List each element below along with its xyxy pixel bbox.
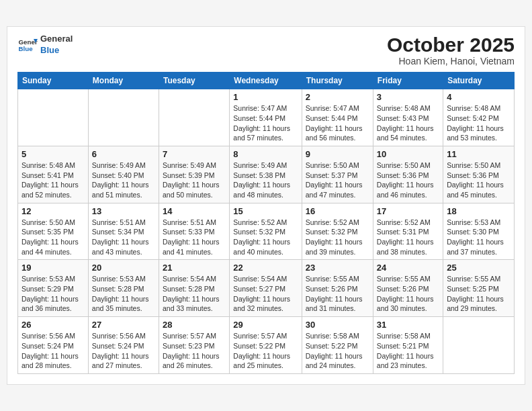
week-row-1: 1Sunrise: 5:47 AMSunset: 5:44 PMDaylight… bbox=[18, 89, 515, 146]
day-info: Sunrise: 5:51 AMSunset: 5:34 PMDaylight:… bbox=[92, 218, 155, 257]
day-number: 8 bbox=[233, 149, 298, 159]
day-cell: 8Sunrise: 5:49 AMSunset: 5:38 PMDaylight… bbox=[230, 146, 302, 203]
day-number: 5 bbox=[21, 149, 85, 159]
day-info: Sunrise: 5:52 AMSunset: 5:31 PMDaylight:… bbox=[377, 218, 439, 257]
day-info: Sunrise: 5:51 AMSunset: 5:33 PMDaylight:… bbox=[163, 218, 226, 257]
week-row-5: 26Sunrise: 5:56 AMSunset: 5:24 PMDayligh… bbox=[18, 317, 515, 374]
day-info: Sunrise: 5:55 AMSunset: 5:25 PMDaylight:… bbox=[447, 274, 511, 314]
day-info: Sunrise: 5:50 AMSunset: 5:36 PMDaylight:… bbox=[377, 161, 439, 200]
day-number: 9 bbox=[306, 149, 369, 159]
day-info: Sunrise: 5:48 AMSunset: 5:42 PMDaylight:… bbox=[447, 103, 511, 143]
day-cell: 6Sunrise: 5:49 AMSunset: 5:40 PMDaylight… bbox=[88, 146, 159, 203]
title-block: October 2025 Hoan Kiem, Hanoi, Vietnam bbox=[387, 34, 515, 66]
day-cell: 10Sunrise: 5:50 AMSunset: 5:36 PMDayligh… bbox=[373, 146, 443, 203]
day-cell bbox=[88, 89, 159, 146]
header-saturday: Saturday bbox=[443, 73, 515, 89]
logo-icon: General Blue bbox=[17, 35, 38, 55]
day-number: 2 bbox=[306, 92, 369, 102]
day-number: 13 bbox=[92, 206, 155, 216]
day-cell: 1Sunrise: 5:47 AMSunset: 5:44 PMDaylight… bbox=[230, 89, 302, 146]
day-info: Sunrise: 5:56 AMSunset: 5:24 PMDaylight:… bbox=[21, 331, 85, 371]
day-info: Sunrise: 5:56 AMSunset: 5:24 PMDaylight:… bbox=[92, 331, 155, 371]
day-info: Sunrise: 5:49 AMSunset: 5:39 PMDaylight:… bbox=[163, 161, 226, 200]
day-cell: 3Sunrise: 5:48 AMSunset: 5:43 PMDaylight… bbox=[373, 89, 443, 146]
day-cell: 13Sunrise: 5:51 AMSunset: 5:34 PMDayligh… bbox=[88, 203, 159, 260]
day-info: Sunrise: 5:48 AMSunset: 5:41 PMDaylight:… bbox=[21, 161, 85, 200]
day-number: 17 bbox=[377, 206, 439, 216]
day-number: 27 bbox=[92, 320, 155, 330]
svg-text:Blue: Blue bbox=[19, 45, 34, 52]
day-info: Sunrise: 5:50 AMSunset: 5:35 PMDaylight:… bbox=[21, 218, 85, 257]
day-info: Sunrise: 5:53 AMSunset: 5:29 PMDaylight:… bbox=[21, 274, 85, 314]
day-info: Sunrise: 5:58 AMSunset: 5:22 PMDaylight:… bbox=[306, 331, 369, 371]
day-info: Sunrise: 5:47 AMSunset: 5:44 PMDaylight:… bbox=[233, 103, 298, 143]
header-friday: Friday bbox=[373, 73, 443, 89]
header: General Blue General Blue October 2025 H… bbox=[17, 34, 515, 66]
day-number: 24 bbox=[377, 263, 439, 273]
day-info: Sunrise: 5:50 AMSunset: 5:36 PMDaylight:… bbox=[447, 161, 511, 200]
day-cell: 31Sunrise: 5:58 AMSunset: 5:21 PMDayligh… bbox=[373, 317, 443, 374]
day-info: Sunrise: 5:53 AMSunset: 5:28 PMDaylight:… bbox=[92, 274, 155, 314]
day-number: 11 bbox=[447, 149, 511, 159]
day-info: Sunrise: 5:58 AMSunset: 5:21 PMDaylight:… bbox=[377, 331, 439, 371]
header-row: SundayMondayTuesdayWednesdayThursdayFrid… bbox=[18, 73, 515, 89]
day-info: Sunrise: 5:48 AMSunset: 5:43 PMDaylight:… bbox=[377, 103, 439, 143]
logo-general: General bbox=[40, 34, 73, 45]
day-number: 21 bbox=[163, 263, 226, 273]
day-number: 20 bbox=[92, 263, 155, 273]
day-info: Sunrise: 5:54 AMSunset: 5:28 PMDaylight:… bbox=[163, 274, 226, 314]
day-number: 1 bbox=[233, 92, 298, 102]
logo: General Blue General Blue bbox=[17, 34, 73, 56]
header-wednesday: Wednesday bbox=[230, 73, 302, 89]
day-cell: 17Sunrise: 5:52 AMSunset: 5:31 PMDayligh… bbox=[373, 203, 443, 260]
day-number: 12 bbox=[21, 206, 85, 216]
day-info: Sunrise: 5:57 AMSunset: 5:22 PMDaylight:… bbox=[233, 331, 298, 371]
day-cell: 11Sunrise: 5:50 AMSunset: 5:36 PMDayligh… bbox=[443, 146, 515, 203]
day-info: Sunrise: 5:55 AMSunset: 5:26 PMDaylight:… bbox=[306, 274, 369, 314]
day-cell: 23Sunrise: 5:55 AMSunset: 5:26 PMDayligh… bbox=[302, 260, 373, 317]
day-cell bbox=[159, 89, 229, 146]
day-info: Sunrise: 5:55 AMSunset: 5:26 PMDaylight:… bbox=[377, 274, 439, 314]
day-number: 23 bbox=[306, 263, 369, 273]
day-cell: 26Sunrise: 5:56 AMSunset: 5:24 PMDayligh… bbox=[18, 317, 89, 374]
day-info: Sunrise: 5:54 AMSunset: 5:27 PMDaylight:… bbox=[233, 274, 298, 314]
day-info: Sunrise: 5:53 AMSunset: 5:30 PMDaylight:… bbox=[447, 218, 511, 257]
day-number: 6 bbox=[92, 149, 155, 159]
day-cell: 28Sunrise: 5:57 AMSunset: 5:23 PMDayligh… bbox=[159, 317, 229, 374]
day-cell bbox=[18, 89, 89, 146]
day-info: Sunrise: 5:49 AMSunset: 5:38 PMDaylight:… bbox=[233, 161, 298, 200]
header-tuesday: Tuesday bbox=[159, 73, 229, 89]
day-number: 14 bbox=[163, 206, 226, 216]
day-cell: 2Sunrise: 5:47 AMSunset: 5:44 PMDaylight… bbox=[302, 89, 373, 146]
day-number: 16 bbox=[306, 206, 369, 216]
day-info: Sunrise: 5:57 AMSunset: 5:23 PMDaylight:… bbox=[163, 331, 226, 371]
day-cell: 12Sunrise: 5:50 AMSunset: 5:35 PMDayligh… bbox=[18, 203, 89, 260]
day-cell: 15Sunrise: 5:52 AMSunset: 5:32 PMDayligh… bbox=[230, 203, 302, 260]
calendar-container: General Blue General Blue October 2025 H… bbox=[7, 26, 525, 385]
day-info: Sunrise: 5:52 AMSunset: 5:32 PMDaylight:… bbox=[306, 218, 369, 257]
day-number: 3 bbox=[377, 92, 439, 102]
header-sunday: Sunday bbox=[18, 73, 89, 89]
day-cell: 7Sunrise: 5:49 AMSunset: 5:39 PMDaylight… bbox=[159, 146, 229, 203]
day-number: 31 bbox=[377, 320, 439, 330]
day-cell: 20Sunrise: 5:53 AMSunset: 5:28 PMDayligh… bbox=[88, 260, 159, 317]
week-row-3: 12Sunrise: 5:50 AMSunset: 5:35 PMDayligh… bbox=[18, 203, 515, 260]
day-cell: 21Sunrise: 5:54 AMSunset: 5:28 PMDayligh… bbox=[159, 260, 229, 317]
calendar-table: SundayMondayTuesdayWednesdayThursdayFrid… bbox=[17, 72, 515, 374]
day-number: 30 bbox=[306, 320, 369, 330]
day-number: 26 bbox=[21, 320, 85, 330]
day-info: Sunrise: 5:50 AMSunset: 5:37 PMDaylight:… bbox=[306, 161, 369, 200]
day-number: 28 bbox=[163, 320, 226, 330]
header-thursday: Thursday bbox=[302, 73, 373, 89]
day-cell bbox=[443, 317, 515, 374]
day-cell: 24Sunrise: 5:55 AMSunset: 5:26 PMDayligh… bbox=[373, 260, 443, 317]
day-number: 25 bbox=[447, 263, 511, 273]
day-number: 18 bbox=[447, 206, 511, 216]
logo-blue: Blue bbox=[40, 45, 73, 56]
day-number: 4 bbox=[447, 92, 511, 102]
day-cell: 9Sunrise: 5:50 AMSunset: 5:37 PMDaylight… bbox=[302, 146, 373, 203]
day-number: 10 bbox=[377, 149, 439, 159]
day-info: Sunrise: 5:47 AMSunset: 5:44 PMDaylight:… bbox=[306, 103, 369, 143]
header-monday: Monday bbox=[88, 73, 159, 89]
week-row-4: 19Sunrise: 5:53 AMSunset: 5:29 PMDayligh… bbox=[18, 260, 515, 317]
